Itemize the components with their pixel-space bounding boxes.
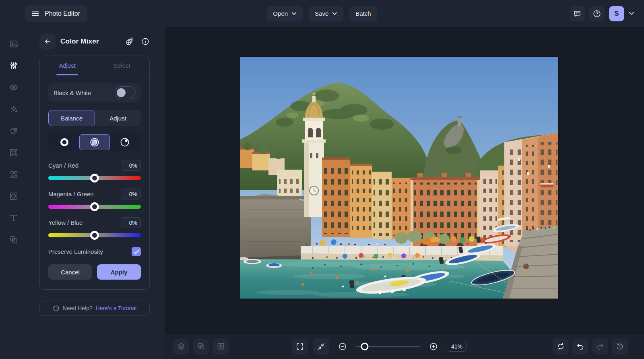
adjustments-icon — [9, 61, 19, 71]
fit-screen-icon — [317, 342, 326, 351]
slider-label-cyan-red: Cyan / Red — [48, 162, 78, 169]
highlights-icon — [119, 137, 130, 148]
zoom-out-icon[interactable] — [334, 338, 351, 355]
black-white-row: Black & White — [48, 83, 141, 102]
sidebar-item-text[interactable] — [6, 210, 22, 226]
color-mixer-panel: Color Mixer Adjust Select Black & White … — [27, 27, 165, 359]
redo-icon — [596, 342, 605, 351]
help-text: Need Help? — [63, 305, 93, 311]
app-menu-button[interactable]: Photo Editor — [25, 5, 87, 22]
cancel-button[interactable]: Cancel — [48, 264, 92, 280]
zoom-in-icon[interactable] — [425, 338, 442, 355]
slider-handle[interactable] — [90, 231, 99, 240]
fullscreen-button[interactable] — [292, 338, 308, 355]
slider-value-magenta-green[interactable] — [121, 189, 141, 199]
fullscreen-icon — [295, 342, 304, 351]
mode-toggle: Balance Adjust — [48, 110, 141, 126]
undo-button[interactable] — [572, 338, 588, 355]
retouch-eye-icon — [9, 83, 19, 92]
redo-button[interactable] — [592, 338, 608, 355]
duplicate-icon[interactable] — [125, 37, 134, 46]
zoom-slider-handle[interactable] — [361, 342, 369, 350]
tab-select[interactable]: Select — [95, 56, 149, 75]
canvas-image — [240, 57, 558, 299]
tutorial-link[interactable]: Here's a Tutorial — [96, 305, 137, 311]
mode-balance[interactable]: Balance — [48, 110, 95, 126]
batch-button[interactable]: Batch — [349, 6, 377, 21]
transform-icon — [196, 342, 206, 351]
slider-handle[interactable] — [90, 174, 99, 183]
sidebar-item-image[interactable] — [6, 36, 22, 52]
color-mixer-card: Adjust Select Black & White Balance Adju… — [39, 56, 150, 290]
reset-icon — [556, 342, 565, 351]
bottom-toolbar — [165, 333, 644, 359]
preserve-luminosity-label: Preserve Luminosity — [48, 248, 103, 255]
sparkles-icon — [9, 104, 19, 114]
chevron-down-icon — [291, 12, 296, 15]
shadows-icon — [59, 137, 70, 148]
tone-shadows[interactable] — [50, 134, 79, 150]
slider-value-cyan-red[interactable] — [121, 160, 141, 171]
info-icon[interactable] — [141, 37, 150, 46]
slider-magenta-green[interactable] — [48, 205, 141, 209]
transform-button[interactable] — [193, 338, 209, 355]
tone-range-selector — [48, 133, 141, 151]
layers-button[interactable] — [173, 338, 189, 355]
slider-value-yellow-blue[interactable] — [121, 217, 141, 228]
feedback-icon — [573, 9, 582, 18]
tone-midtones[interactable] — [79, 134, 110, 150]
sidebar-item-effects[interactable] — [6, 101, 22, 117]
tool-rail — [0, 27, 27, 359]
black-white-label: Black & White — [54, 89, 91, 96]
sidebar-item-shapes[interactable] — [6, 166, 22, 183]
top-bar: Photo Editor Open Save Batch S — [0, 0, 644, 27]
preserve-luminosity-checkbox[interactable] — [132, 247, 141, 256]
help-icon — [592, 9, 601, 18]
back-button[interactable] — [39, 33, 56, 50]
mode-adjust[interactable]: Adjust — [95, 110, 141, 126]
apply-button[interactable]: Apply — [97, 264, 141, 280]
sidebar-item-texture[interactable] — [6, 188, 22, 204]
canvas-area[interactable] — [165, 27, 644, 359]
chevron-down-icon — [332, 12, 337, 15]
arrange-icon — [9, 235, 19, 245]
feedback-button[interactable] — [570, 6, 585, 21]
texture-icon — [9, 191, 19, 201]
save-button[interactable]: Save — [308, 6, 343, 21]
sidebar-item-adjustments[interactable] — [6, 58, 22, 74]
help-button[interactable] — [589, 6, 605, 21]
undo-icon — [576, 342, 585, 351]
black-white-toggle[interactable] — [115, 86, 136, 99]
shapes-icon — [9, 170, 19, 179]
open-button[interactable]: Open — [266, 6, 303, 21]
panel-tabs: Adjust Select — [40, 56, 149, 75]
sidebar-item-paint[interactable] — [6, 123, 22, 139]
account-chevron-down-icon[interactable] — [629, 12, 634, 15]
sidebar-item-retouch[interactable] — [6, 79, 22, 95]
tab-adjust[interactable]: Adjust — [40, 56, 95, 75]
layers-icon — [177, 342, 186, 351]
fit-screen-button[interactable] — [313, 338, 329, 355]
image-icon — [9, 39, 19, 49]
info-icon — [53, 305, 60, 312]
midtones-icon — [89, 137, 100, 148]
palette-icon — [9, 126, 19, 136]
menu-icon — [31, 9, 40, 18]
slider-label-yellow-blue: Yellow / Blue — [48, 219, 83, 226]
grid-icon — [216, 342, 225, 351]
sidebar-item-arrange[interactable] — [6, 232, 22, 248]
slider-label-magenta-green: Magenta / Green — [48, 191, 94, 197]
tone-highlights[interactable] — [110, 134, 140, 150]
account-avatar[interactable]: S — [609, 6, 624, 21]
arrow-left-icon — [43, 37, 52, 46]
slider-cyan-red[interactable] — [48, 176, 141, 180]
reset-button[interactable] — [553, 338, 569, 355]
sidebar-item-frame[interactable] — [6, 145, 22, 161]
grid-button[interactable] — [213, 338, 229, 355]
slider-yellow-blue[interactable] — [48, 233, 141, 237]
history-icon — [615, 342, 624, 351]
zoom-percent-input[interactable] — [447, 341, 467, 352]
zoom-slider[interactable] — [356, 342, 420, 351]
history-button[interactable] — [612, 338, 628, 355]
slider-handle[interactable] — [90, 202, 99, 211]
